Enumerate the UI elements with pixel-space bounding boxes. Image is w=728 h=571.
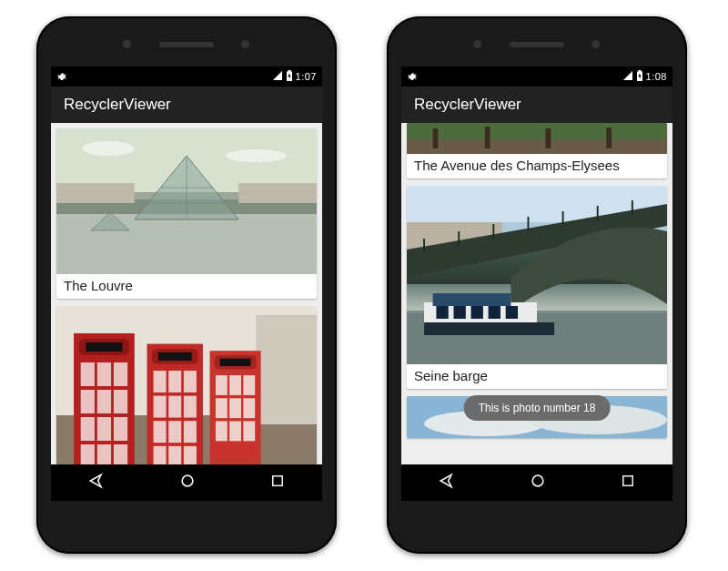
svg-rect-22 [81, 390, 95, 413]
status-bar: 1:08 [401, 66, 672, 87]
svg-rect-61 [407, 139, 667, 154]
card-image-louvre [56, 128, 317, 274]
phone-camera [241, 40, 249, 48]
svg-rect-41 [168, 421, 181, 443]
svg-rect-82 [453, 306, 465, 319]
battery-icon [636, 70, 643, 83]
phone-sensor [473, 40, 481, 48]
svg-rect-29 [97, 444, 111, 464]
svg-rect-19 [81, 362, 95, 386]
signal-icon [622, 70, 633, 83]
svg-rect-45 [184, 446, 197, 464]
action-bar: RecyclerViewer [51, 87, 322, 123]
home-button[interactable] [529, 472, 547, 494]
signal-icon [272, 70, 283, 83]
card-caption: The Avenue des Champs-Elysees [407, 154, 667, 178]
svg-rect-35 [168, 371, 181, 393]
svg-rect-26 [97, 417, 111, 441]
card-image-champs [407, 123, 667, 154]
svg-rect-39 [184, 396, 197, 418]
svg-rect-24 [114, 390, 127, 413]
svg-rect-38 [168, 396, 181, 418]
nav-bar [401, 464, 672, 501]
svg-rect-90 [623, 476, 633, 486]
toast: This is photo number 18 [464, 395, 611, 421]
svg-rect-25 [81, 417, 95, 441]
status-time: 1:07 [296, 71, 317, 82]
svg-rect-55 [216, 421, 228, 441]
card-caption: The Louvre [56, 274, 317, 299]
svg-rect-85 [506, 306, 518, 319]
svg-rect-42 [184, 421, 197, 443]
svg-rect-37 [154, 396, 167, 418]
status-bar: 1:07 [51, 66, 322, 87]
card-image-seine [407, 186, 667, 364]
phone-sensor [123, 40, 131, 48]
svg-rect-23 [97, 390, 111, 413]
svg-rect-51 [243, 375, 255, 395]
phone-left: 1:07 RecyclerViewer [36, 16, 337, 554]
list-item[interactable]: The Avenue des Champs-Elysees [407, 123, 667, 178]
svg-rect-81 [436, 306, 448, 319]
svg-rect-15 [256, 315, 317, 424]
list-item[interactable] [56, 306, 317, 464]
svg-rect-52 [216, 398, 228, 418]
svg-rect-5 [238, 183, 317, 203]
back-button[interactable] [87, 472, 106, 494]
svg-rect-57 [243, 421, 255, 441]
recents-button[interactable] [269, 473, 286, 493]
svg-rect-84 [489, 306, 500, 319]
phone-earpiece [159, 42, 214, 47]
svg-rect-63 [485, 127, 490, 148]
svg-rect-79 [424, 322, 554, 335]
app-title: RecyclerViewer [64, 96, 171, 114]
list-item[interactable]: The Louvre [56, 128, 317, 299]
svg-rect-20 [97, 362, 111, 386]
svg-rect-18 [86, 342, 122, 352]
screen: 1:08 RecyclerViewer [401, 66, 672, 501]
home-button[interactable] [178, 472, 197, 494]
nav-bar [51, 464, 322, 501]
debug-icon [56, 70, 67, 82]
phone-camera [592, 40, 600, 48]
svg-rect-60 [407, 123, 667, 141]
action-bar: RecyclerViewer [401, 87, 672, 123]
svg-rect-30 [114, 444, 127, 464]
svg-rect-50 [229, 375, 241, 395]
stage: 1:07 RecyclerViewer [0, 0, 728, 571]
svg-rect-83 [471, 306, 483, 319]
svg-rect-80 [433, 293, 511, 306]
svg-point-89 [532, 475, 543, 486]
svg-rect-2 [56, 214, 317, 274]
svg-rect-49 [216, 375, 228, 395]
svg-rect-65 [606, 127, 612, 148]
svg-rect-43 [154, 446, 167, 464]
phone-right: 1:08 RecyclerViewer [387, 16, 687, 554]
card-caption: Seine barge [407, 364, 667, 389]
svg-point-11 [83, 141, 135, 156]
battery-icon [286, 70, 293, 83]
svg-point-12 [226, 149, 287, 162]
svg-rect-21 [114, 362, 127, 386]
svg-rect-27 [114, 417, 127, 441]
svg-rect-64 [546, 128, 551, 148]
status-time: 1:08 [646, 71, 667, 82]
svg-rect-40 [154, 421, 167, 443]
recents-button[interactable] [620, 473, 636, 493]
recycler-view[interactable]: The Avenue des Champs-Elysees [401, 123, 672, 464]
app-title: RecyclerViewer [414, 96, 521, 114]
svg-rect-62 [433, 128, 439, 148]
list-item[interactable]: Seine barge [407, 186, 667, 389]
back-button[interactable] [438, 472, 456, 494]
svg-rect-44 [168, 446, 181, 464]
svg-rect-34 [154, 371, 167, 393]
svg-rect-53 [229, 398, 241, 418]
svg-rect-4 [56, 183, 135, 203]
debug-icon [407, 70, 418, 82]
svg-rect-36 [184, 371, 197, 393]
card-image-phonebooth [56, 306, 317, 464]
recycler-view[interactable]: The Louvre [51, 123, 322, 464]
svg-rect-56 [229, 421, 241, 441]
svg-rect-33 [158, 352, 192, 361]
svg-rect-54 [243, 398, 255, 418]
